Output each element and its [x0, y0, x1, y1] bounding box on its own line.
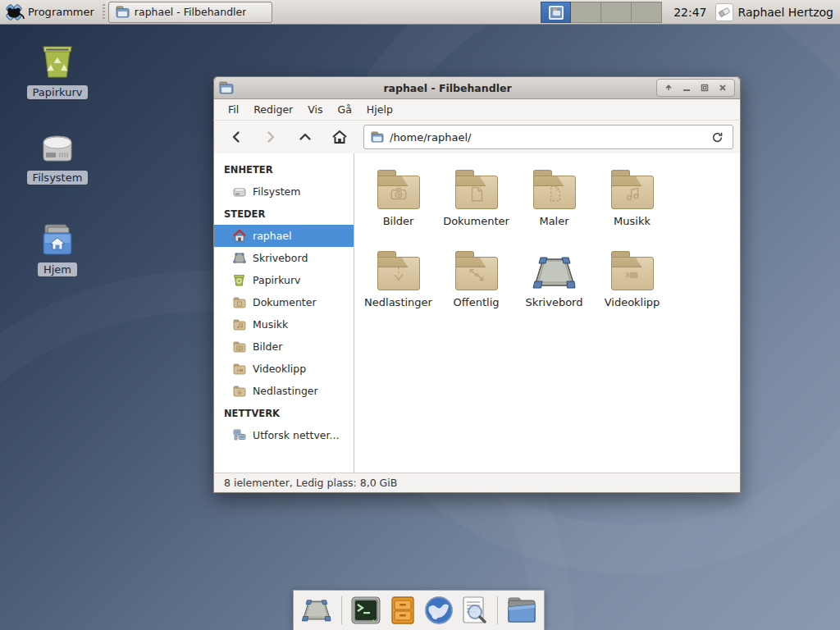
search-document-icon [460, 596, 488, 625]
back-button[interactable] [221, 125, 252, 149]
minimize-button[interactable] [679, 81, 694, 94]
folder-pictures-icon [232, 340, 246, 354]
sidebar-header-places: STEDER [214, 203, 354, 225]
folder-launcher[interactable] [506, 594, 537, 627]
home-button[interactable] [324, 125, 355, 149]
desktop-icon-label: Filsystem [27, 171, 89, 185]
desktop-icon-home[interactable]: Hjem [12, 221, 103, 276]
menu-view[interactable]: Vis [300, 100, 330, 119]
sidebar-item-network[interactable]: Utforsk nettver... [214, 424, 354, 446]
desktop-icon [532, 254, 578, 290]
workspace-2[interactable] [571, 2, 601, 23]
applications-menu[interactable]: Programmer [28, 6, 94, 18]
folder-icon [506, 596, 537, 624]
file-cabinet-icon [390, 596, 416, 625]
workspace-window-thumb [549, 6, 564, 20]
folder-documents-icon [455, 176, 498, 209]
file-label: Musikk [614, 215, 651, 227]
sidebar-item-dokumenter[interactable]: Dokumenter [214, 291, 354, 313]
sidebar-item-bilder[interactable]: Bilder [214, 336, 354, 358]
file-label: Bilder [383, 215, 414, 227]
menu-go[interactable]: Gå [331, 100, 359, 119]
desktop-icon-label: Papirkurv [27, 85, 89, 99]
workspace-4[interactable] [632, 2, 662, 23]
file-item-musikk[interactable]: Musikk [593, 160, 671, 241]
xfce-menu-icon[interactable] [3, 2, 25, 22]
dock [293, 590, 545, 630]
sidebar-item-nedlastinger[interactable]: Nedlastinger [214, 380, 354, 402]
path-bar[interactable]: /home/raphael/ [363, 125, 733, 149]
workspace-3[interactable] [601, 2, 632, 23]
folder-videos-icon [611, 257, 654, 290]
file-manager-launcher[interactable] [388, 594, 418, 627]
dock-separator [497, 596, 498, 624]
file-manager-window: raphael - Filbehandler Fil Rediger Vis G… [213, 76, 741, 493]
reload-button[interactable] [708, 128, 726, 146]
workspace-1[interactable] [541, 2, 571, 23]
search-launcher[interactable] [460, 594, 490, 627]
sidebar-item-label: Dokumenter [253, 296, 317, 308]
folder-music-icon [611, 176, 654, 209]
window-title: raphael - Filbehandler [239, 82, 656, 94]
session-applet[interactable]: Raphael Hertzog [715, 3, 833, 21]
sidebar-item-filesystem[interactable]: Filsystem [214, 180, 354, 203]
forward-button[interactable] [255, 125, 286, 149]
desktop-icon-trash[interactable]: Papirkurv [12, 43, 103, 99]
eraser-icon [715, 3, 733, 21]
titlebar[interactable]: raphael - Filbehandler [213, 76, 741, 99]
status-text: 8 ielementer, Ledig plass: 8,0 GiB [224, 477, 397, 489]
folder-templates-icon [533, 176, 576, 209]
trash-icon [39, 43, 76, 80]
home-folder-icon [39, 221, 76, 258]
sidebar: ENHETER Filsystem STEDER raphael Skriveb… [214, 153, 354, 472]
file-label: Nedlastinger [364, 296, 432, 308]
taskbar-window-button[interactable]: raphael - Filbehandler [108, 2, 272, 23]
file-item-maler[interactable]: Maler [515, 160, 593, 241]
terminal-icon [350, 596, 381, 625]
workspace-switcher[interactable] [541, 2, 662, 23]
sidebar-item-raphael[interactable]: raphael [214, 225, 354, 247]
web-browser-launcher[interactable] [424, 594, 454, 627]
sidebar-item-videoklipp[interactable]: Videoklipp [214, 358, 354, 380]
sidebar-item-label: Skrivebord [253, 252, 308, 264]
file-item-videoklipp[interactable]: Videoklipp [593, 241, 671, 322]
close-button[interactable] [715, 81, 730, 94]
file-item-offentlig[interactable]: Offentlig [437, 241, 515, 322]
taskbar-grip [103, 4, 105, 21]
folder-pictures-icon [377, 176, 420, 209]
menu-edit[interactable]: Rediger [246, 100, 300, 119]
folder-icon [116, 6, 130, 18]
maximize-button[interactable] [697, 81, 712, 94]
file-label: Skrivebord [525, 296, 582, 308]
path-input[interactable]: /home/raphael/ [390, 131, 702, 144]
sidebar-item-label: raphael [253, 230, 291, 242]
statusbar: 8 ielementer, Ledig plass: 8,0 GiB [213, 472, 741, 493]
sidebar-item-musikk[interactable]: Musikk [214, 313, 354, 336]
network-icon [232, 428, 246, 442]
shade-button[interactable] [661, 81, 676, 94]
top-panel: Programmer raphael - Filbehandler 22:47 [0, 0, 840, 25]
terminal-launcher[interactable] [350, 594, 381, 627]
file-item-dokumenter[interactable]: Dokumenter [437, 160, 515, 241]
clock: 22:47 [673, 6, 706, 19]
up-button[interactable] [290, 125, 321, 149]
folder-music-icon [232, 317, 246, 331]
sidebar-item-label: Nedlastinger [253, 385, 318, 397]
dock-separator [341, 596, 342, 624]
sidebar-item-skrivebord[interactable]: Skrivebord [214, 247, 354, 269]
sidebar-header-devices: ENHETER [214, 158, 354, 180]
file-item-bilder[interactable]: Bilder [359, 160, 437, 241]
show-desktop-button[interactable] [300, 594, 333, 627]
sidebar-item-papirkurv[interactable]: Papirkurv [214, 269, 354, 291]
menu-file[interactable]: Fil [221, 100, 246, 119]
file-item-skrivebord[interactable]: Skrivebord [515, 241, 593, 322]
desktop-icon-filesystem[interactable]: Filsystem [12, 130, 103, 185]
desktop-icon-label: Hjem [38, 262, 77, 276]
show-desktop-icon [300, 598, 333, 623]
file-view[interactable]: Bilder Dokumenter [354, 153, 740, 472]
sidebar-item-label: Utforsk nettver... [253, 429, 339, 441]
harddrive-icon [39, 130, 76, 166]
file-item-nedlastinger[interactable]: Nedlastinger [359, 241, 437, 322]
desktop-icon [232, 251, 246, 265]
menu-help[interactable]: Hjelp [359, 100, 400, 119]
